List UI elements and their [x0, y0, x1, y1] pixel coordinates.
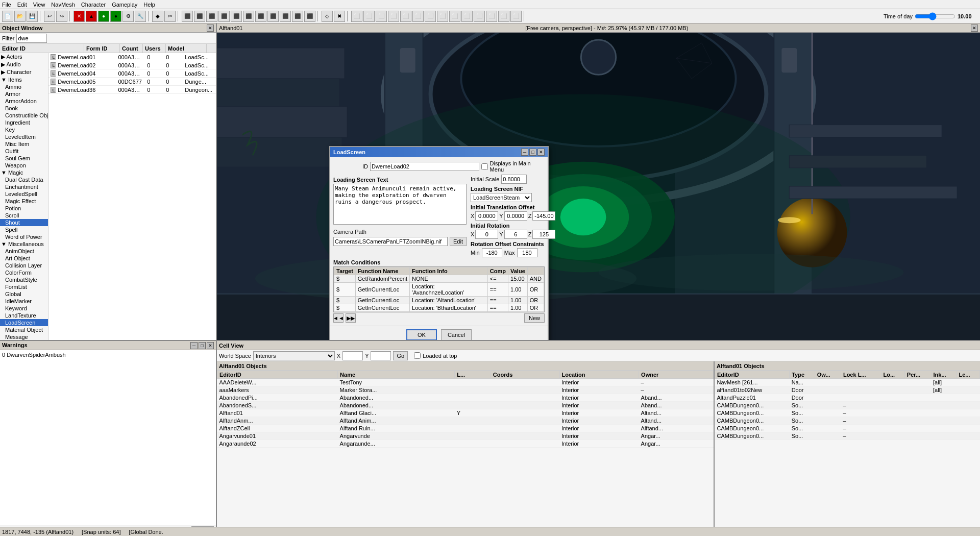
table-row[interactable]: AbandonedS...Abandoned...InteriorAband..…: [217, 402, 714, 409]
toolbar-btn4[interactable]: ▲: [86, 11, 97, 22]
table-row[interactable]: LDwemeLoad04000A307600LoadSc...: [48, 69, 216, 78]
object-window-close-btn[interactable]: ✕: [207, 25, 214, 32]
menu-edit[interactable]: Edit: [17, 2, 27, 8]
cell-right-scroll[interactable]: EditorID Type Ow... Lock L... Lo... Per.…: [715, 371, 980, 536]
toolbar-btn27[interactable]: ⬜: [388, 11, 399, 22]
toolbar-btn12[interactable]: ⬛: [194, 11, 205, 22]
table-row[interactable]: AlftandAnm...Alftand Anim...InteriorAlta…: [217, 417, 714, 425]
viewport-close-btn[interactable]: ✕: [971, 25, 978, 32]
loaded-at-top-checkbox[interactable]: [414, 352, 421, 359]
toolbar-btn19[interactable]: ⬛: [280, 11, 291, 22]
tree-item-soul-gem[interactable]: Soul Gem: [0, 155, 48, 162]
match-conditions-scroll[interactable]: Target Function Name Function Info Comp …: [333, 266, 545, 312]
x-coord-input[interactable]: [342, 351, 363, 360]
tree-item-armoraddon[interactable]: ArmorAddon: [0, 98, 48, 105]
cancel-button[interactable]: Cancel: [441, 329, 472, 340]
table-row[interactable]: aaaMarkersMarker Stora...Interior–: [217, 386, 714, 394]
y-coord-input[interactable]: [371, 351, 391, 360]
tree-item-magic[interactable]: ▼ Magic: [0, 169, 48, 176]
tree-item-outfit[interactable]: Outfit: [0, 148, 48, 155]
tree-item-keyword[interactable]: Keyword: [0, 305, 48, 312]
toolbar-save[interactable]: 💾: [27, 11, 38, 22]
toolbar-btn32[interactable]: ⬜: [449, 11, 460, 22]
camera-path-input[interactable]: [333, 237, 448, 246]
displays-in-main-menu-checkbox[interactable]: [481, 163, 488, 170]
table-row[interactable]: Alftand01Alftand Glaci...YInteriorAltand…: [217, 409, 714, 417]
toolbar-btn29[interactable]: ⬜: [412, 11, 424, 22]
tree-item-audio[interactable]: ▶ Audio: [0, 61, 48, 68]
toolbar-btn28[interactable]: ⬜: [400, 11, 411, 22]
tree-item-miscellaneous[interactable]: ▼ Miscellaneous: [0, 240, 48, 248]
warnings-minimize-btn[interactable]: ─: [190, 342, 198, 349]
tree-item-character[interactable]: ▶ Character: [0, 68, 48, 76]
match-table-row[interactable]: $GetInCurrentLocLocation: 'BthardLocatio…: [334, 304, 544, 312]
tree-item-colorform[interactable]: ColorForm: [0, 269, 48, 276]
tree-item-leveleditem[interactable]: LeveledItem: [0, 133, 48, 140]
toolbar-btn14[interactable]: ⬛: [218, 11, 230, 22]
loading-screen-text-area[interactable]: Many Steam Animunculi remain active, mak…: [333, 184, 467, 225]
table-row[interactable]: AbandonedPi...Abandoned...InteriorAband.…: [217, 394, 714, 402]
match-table-row[interactable]: $GetInCurrentLocLocation: 'AltandLocatio…: [334, 297, 544, 304]
table-row[interactable]: LDwemeLoad01000A39A800LoadSc...: [48, 53, 216, 61]
tree-item-art-object[interactable]: Art Object: [0, 255, 48, 262]
table-row[interactable]: CAMBDungeon0...So...–: [715, 432, 980, 440]
table-row[interactable]: NavMesh [261...Na...[all]: [715, 379, 980, 386]
table-row[interactable]: LDwemeLoad0500DC67700Dunge...: [48, 78, 216, 86]
tree-item-actors[interactable]: ▶ Actors: [0, 53, 48, 61]
initial-scale-input[interactable]: [501, 175, 527, 184]
trans-x-input[interactable]: [475, 211, 498, 221]
dialog-minimize-btn[interactable]: ─: [521, 149, 528, 156]
toolbar-btn11[interactable]: ⬛: [182, 11, 193, 22]
toolbar-btn34[interactable]: ⬜: [474, 11, 485, 22]
match-next-btn[interactable]: ▶▶: [346, 313, 356, 323]
max-input[interactable]: [517, 248, 537, 257]
toolbar-btn8[interactable]: 🔧: [135, 11, 146, 22]
tree-item-ingredient[interactable]: Ingredient: [0, 119, 48, 126]
min-input[interactable]: [482, 248, 502, 257]
toolbar-btn24[interactable]: ⬜: [351, 11, 362, 22]
toolbar-btn31[interactable]: ⬜: [437, 11, 448, 22]
table-row[interactable]: Angarvunde01AngarvundeInteriorAngar...: [217, 432, 714, 440]
nif-dropdown[interactable]: LoadScreenSteam: [471, 193, 532, 202]
menu-navmesh[interactable]: NavMesh: [51, 2, 75, 8]
toolbar-btn6[interactable]: ●: [110, 11, 121, 22]
tree-item-potion[interactable]: Potion: [0, 205, 48, 212]
table-row[interactable]: Angaraunde02Angaraunde...InteriorAngar..…: [217, 440, 714, 448]
tree-item-idlemarker[interactable]: IdleMarker: [0, 298, 48, 305]
table-row[interactable]: CAMBDungeon0...So...–: [715, 409, 980, 417]
toolbar-btn9[interactable]: ◆: [152, 11, 163, 22]
rot-x-input[interactable]: [475, 230, 498, 239]
toolbar-btn35[interactable]: ⬜: [486, 11, 497, 22]
toolbar-btn21[interactable]: ⬛: [304, 11, 315, 22]
match-new-btn[interactable]: New: [524, 313, 545, 323]
go-btn[interactable]: Go: [393, 351, 408, 360]
tree-item-key[interactable]: Key: [0, 126, 48, 133]
tree-item-weapon[interactable]: Weapon: [0, 162, 48, 169]
table-row[interactable]: alftand01to02NewDoor[all]: [715, 386, 980, 394]
tree-item-shout[interactable]: Shout: [0, 219, 48, 226]
tree-item-armor[interactable]: Armor: [0, 90, 48, 98]
toolbar-btn13[interactable]: ⬛: [206, 11, 217, 22]
tree-item-formlist[interactable]: FormList: [0, 283, 48, 290]
toolbar-btn25[interactable]: ⬜: [363, 11, 375, 22]
toolbar-btn20[interactable]: ⬛: [292, 11, 303, 22]
menu-help[interactable]: Help: [143, 2, 155, 8]
toolbar-btn18[interactable]: ⬛: [267, 11, 279, 22]
tree-item-items[interactable]: ▼ Items: [0, 76, 48, 83]
match-table-row[interactable]: $GetRandomPercentNONE<=15.00AND: [334, 275, 544, 283]
tree-item-spell[interactable]: Spell: [0, 226, 48, 233]
ok-button[interactable]: OK: [406, 329, 437, 340]
match-table-row[interactable]: $GetInCurrentLocLocation: 'BthardandLoca…: [334, 312, 544, 313]
tree-item-landtexture[interactable]: LandTexture: [0, 312, 48, 319]
tree-item-combatstyle[interactable]: CombatStyle: [0, 276, 48, 283]
toolbar-open[interactable]: 📂: [14, 11, 26, 22]
tree-item-collision-layer[interactable]: Collision Layer: [0, 262, 48, 269]
warnings-close-btn[interactable]: ✕: [207, 342, 214, 349]
tree-item-material-object[interactable]: Material Object: [0, 326, 48, 333]
toolbar-btn10[interactable]: ✂: [164, 11, 176, 22]
trans-z-input[interactable]: [532, 211, 555, 221]
table-row[interactable]: LDwemeLoad36000A308400Dungeon...: [48, 86, 216, 94]
table-row[interactable]: LDwemeLoad02000A303600LoadSc...: [48, 61, 216, 69]
table-row[interactable]: CAMBDungeon0...So...–: [715, 425, 980, 432]
table-row[interactable]: AltandPuzzle01Door: [715, 394, 980, 402]
